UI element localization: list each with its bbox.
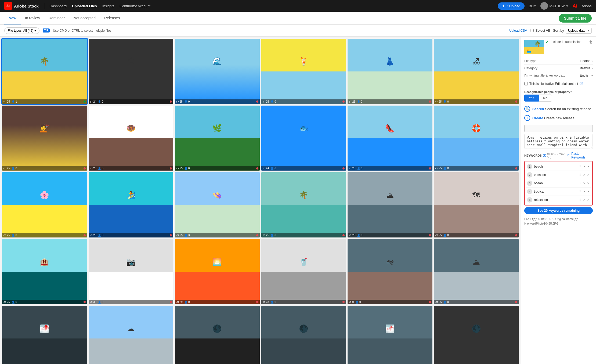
editorial-checkbox[interactable] — [524, 82, 528, 85]
keyword-drag-handle[interactable]: ⠿ — [579, 173, 582, 177]
file-type-field-value: Photos ▾ — [580, 59, 593, 63]
keyword-edit-button[interactable]: ✕ — [583, 165, 586, 169]
submit-button[interactable]: Submit 1 file — [559, 14, 592, 23]
keywords-label-area: KEYWORDS ⓘ (min: 5 - max: 50) — [524, 152, 567, 159]
brand-name: Adobe Stock — [14, 4, 39, 8]
image-cell[interactable]: 🍹 🏷 25 👤 0 — [261, 39, 346, 104]
file-type-filter[interactable]: File types: All (42) ▾ — [4, 27, 39, 34]
image-cell[interactable]: 🌁 🏷 0 👤 0 — [348, 306, 432, 364]
tab-reminder[interactable]: Reminder — [44, 12, 69, 24]
keyword-edit-button[interactable]: ✕ — [583, 173, 586, 177]
nav-insights[interactable]: Insights — [102, 4, 114, 8]
keyword-item: 5 relaxation ⠿ ✕ ✕ — [526, 196, 591, 204]
floatie-icon: 🏊 — [526, 48, 531, 53]
title-textarea[interactable]: Woman relaxes on pink inflatable mattres… — [524, 134, 593, 149]
editorial-info-icon[interactable]: ⓘ — [580, 81, 583, 86]
image-cell[interactable]: 💇 🏷 25 👤 0 — [2, 106, 87, 171]
image-cell[interactable]: 🥤 🏷 23 👤 0 — [261, 239, 346, 304]
preview-area: 🌴 🏊 ✔ Include in submission 🗑 — [524, 40, 593, 54]
keyword-edit-button[interactable]: ✕ — [583, 198, 586, 202]
delete-icon[interactable]: 🗑 — [589, 40, 593, 44]
keywords-label-text: KEYWORDS — [524, 154, 542, 157]
search-release-icon: 🔍 — [524, 106, 530, 112]
image-grid: 🌴 🏷 25 👤 1 🏝 🏷 24 👤 0 🌊 🏷 25 👤 0 — [2, 39, 519, 364]
tab-in-review[interactable]: In review — [21, 12, 44, 24]
toolbar: File types: All (42) ▾ TIP Use CMD or CT… — [0, 25, 596, 37]
buy-link[interactable]: BUY — [529, 4, 536, 8]
image-cell[interactable]: ⛰ 🏷 25 👤 0 — [434, 239, 519, 304]
tab-new[interactable]: New — [4, 12, 21, 24]
image-cell[interactable]: ⛰ 🏷 25 👤 0 — [348, 172, 432, 237]
no-button[interactable]: No — [539, 95, 552, 102]
upload-button[interactable]: ⬆ ↑ Upload — [498, 2, 525, 10]
keyword-item: 4 tropical ⠿ ✕ ✕ — [526, 188, 591, 196]
image-cell[interactable]: 🍩 🏷 25 👤 0 — [89, 106, 174, 171]
keyword-drag-handle[interactable]: ⠿ — [579, 190, 582, 194]
include-area: ✔ Include in submission 🗑 — [546, 40, 593, 44]
nav-links: Dashboard Uploaded Files Insights Contri… — [50, 4, 150, 8]
see-more-keywords-button[interactable]: See 20 keywords remaining — [524, 207, 593, 214]
image-cell[interactable]: 🌑 🏷 0 👤 0 — [261, 306, 346, 364]
image-cell[interactable]: 🌸 🏷 25 👤 0 — [2, 172, 87, 237]
paste-keywords-button[interactable]: ⬚ Paste Keywords — [567, 152, 593, 159]
upload-csv-button[interactable]: Upload CSV — [509, 29, 527, 33]
nav-dashboard[interactable]: Dashboard — [50, 4, 67, 8]
yes-button[interactable]: Yes — [524, 95, 539, 102]
image-cell[interactable]: 🛩 🏷 0 👤 0 — [348, 239, 432, 304]
image-cell[interactable]: 🏨 🏷 25 👤 0 — [2, 239, 87, 304]
adobe-label: Adobe — [581, 4, 592, 8]
select-all-checkbox[interactable] — [530, 29, 534, 32]
paste-icon: ⬚ — [567, 154, 570, 157]
keyword-edit-button[interactable]: ✕ — [583, 190, 586, 194]
keyword-edit-button[interactable]: ✕ — [583, 181, 586, 185]
image-cell[interactable]: 👗 🏷 25 👤 0 — [348, 39, 432, 104]
keyword-drag-handle[interactable]: ⠿ — [579, 181, 582, 185]
title-input-field[interactable] — [524, 125, 593, 132]
keyword-drag-handle[interactable]: ⠿ — [579, 165, 582, 169]
keyword-delete-button[interactable]: ✕ — [587, 181, 590, 185]
create-release-option[interactable]: + Create Create new release — [524, 113, 593, 122]
image-cell[interactable]: 🏖 🏷 25 👤 0 — [434, 39, 519, 104]
tab-releases[interactable]: Releases — [100, 12, 124, 24]
toolbar-right: Upload CSV Select All Sort by Upload dat… — [509, 28, 592, 34]
image-cell[interactable]: 🗺 🏷 25 👤 0 — [434, 172, 519, 237]
keyword-drag-handle[interactable]: ⠿ — [579, 198, 582, 202]
image-cell[interactable]: 🌿 🏷 25 👤 0 — [175, 106, 260, 171]
nav-contributor-account[interactable]: Contributor Account — [120, 4, 150, 8]
select-all-label: Select All — [535, 28, 550, 33]
image-cell[interactable]: 🐟 🏷 24 👤 0 — [261, 106, 346, 171]
language-row[interactable]: I'm writing title & keywords... English … — [524, 72, 593, 79]
keyword-item: 1 beach ⠿ ✕ ✕ — [526, 163, 591, 171]
search-release-label: Search Search for an existing release — [532, 107, 591, 111]
keyword-text: relaxation — [534, 198, 577, 202]
keyword-delete-button[interactable]: ✕ — [587, 198, 590, 202]
image-cell[interactable]: 🌴 🏷 25 👤 1 — [2, 39, 87, 104]
keywords-info-icon[interactable]: ⓘ — [543, 153, 546, 158]
image-cell[interactable]: 🛟 🏷 25 👤 0 — [434, 106, 519, 171]
image-cell[interactable]: 🌑 🏷 0 👤 0 — [175, 306, 260, 364]
image-cell[interactable]: 🏄 🏷 25 👤 0 — [89, 172, 174, 237]
image-cell[interactable]: 🌴 🏷 25 👤 0 — [261, 172, 346, 237]
image-cell[interactable]: 🌁 🏷 25 👤 0 — [2, 306, 87, 364]
file-type-row: File type Photos ▾ — [524, 57, 593, 65]
image-cell[interactable]: 🏝 🏷 24 👤 0 — [89, 39, 174, 104]
search-release-option[interactable]: 🔍 Search Search for an existing release — [524, 104, 593, 113]
nav-uploaded-files[interactable]: Uploaded Files — [72, 4, 97, 8]
image-cell[interactable]: 👒 🏷 25 👤 3 — [175, 172, 260, 237]
user-name: MATHEW — [550, 4, 565, 8]
sort-select[interactable]: Upload date — [566, 28, 592, 34]
keyword-actions: ⠿ ✕ ✕ — [579, 165, 590, 169]
image-cell[interactable]: 🌊 🏷 25 👤 0 — [175, 39, 260, 104]
image-cell[interactable]: 🌑 🏷 0 👤 0 — [434, 306, 519, 364]
image-cell[interactable]: 👠 🏷 25 👤 0 — [348, 106, 432, 171]
keyword-delete-button[interactable]: ✕ — [587, 173, 590, 177]
image-cell[interactable]: 📷 🏷 35 👤 0 — [89, 239, 174, 304]
keyword-delete-button[interactable]: ✕ — [587, 190, 590, 194]
image-cell[interactable]: ☁ 🏷 0 👤 0 — [89, 306, 174, 364]
keyword-delete-button[interactable]: ✕ — [587, 165, 590, 169]
tab-not-accepted[interactable]: Not accepted — [69, 12, 100, 24]
tip-badge: TIP — [43, 28, 50, 33]
category-row[interactable]: Category Lifestyle ▾ — [524, 65, 593, 72]
image-cell[interactable]: 🌅 🏷 39 👤 0 — [175, 239, 260, 304]
user-area[interactable]: MATHEW ▾ — [540, 2, 568, 10]
